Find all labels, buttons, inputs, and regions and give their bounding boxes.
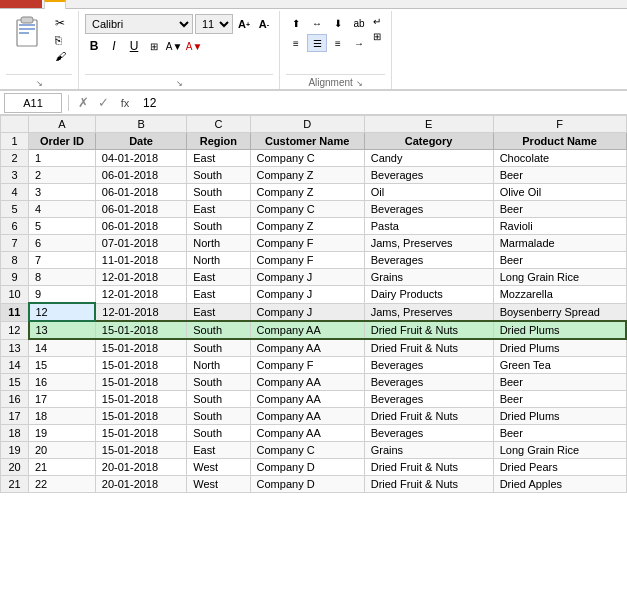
table-cell[interactable]: Company J: [250, 286, 364, 304]
insert-function-icon[interactable]: fx: [115, 95, 135, 111]
table-cell[interactable]: Dried Pears: [493, 459, 626, 476]
table-cell[interactable]: Beer: [493, 167, 626, 184]
table-cell[interactable]: Marmalade: [493, 235, 626, 252]
col-header-b[interactable]: B: [95, 116, 186, 133]
table-cell[interactable]: Green Tea: [493, 357, 626, 374]
table-cell[interactable]: Company F: [250, 252, 364, 269]
table-cell[interactable]: 12-01-2018: [95, 286, 186, 304]
table-cell[interactable]: Company J: [250, 303, 364, 321]
table-cell[interactable]: Long Grain Rice: [493, 442, 626, 459]
table-cell[interactable]: East: [187, 442, 250, 459]
table-cell[interactable]: Company AA: [250, 374, 364, 391]
font-color-button[interactable]: A▼: [185, 37, 203, 55]
copy-button[interactable]: ⎘: [52, 33, 72, 47]
table-cell[interactable]: 3: [29, 184, 96, 201]
table-cell[interactable]: 13: [29, 321, 96, 339]
table-cell[interactable]: Chocolate: [493, 150, 626, 167]
table-cell[interactable]: 5: [29, 218, 96, 235]
table-cell[interactable]: South: [187, 184, 250, 201]
table-cell[interactable]: Grains: [364, 442, 493, 459]
table-cell[interactable]: Candy: [364, 150, 493, 167]
table-cell[interactable]: Beverages: [364, 425, 493, 442]
table-cell[interactable]: 22: [29, 476, 96, 493]
table-cell[interactable]: Grains: [364, 269, 493, 286]
table-cell[interactable]: 06-01-2018: [95, 201, 186, 218]
table-cell[interactable]: North: [187, 357, 250, 374]
table-cell[interactable]: North: [187, 235, 250, 252]
table-cell[interactable]: 15-01-2018: [95, 442, 186, 459]
col-header-c[interactable]: C: [187, 116, 250, 133]
table-cell[interactable]: Company Z: [250, 218, 364, 235]
table-cell[interactable]: 06-01-2018: [95, 184, 186, 201]
font-size-select[interactable]: 11: [195, 14, 233, 34]
table-cell[interactable]: South: [187, 167, 250, 184]
tab-home[interactable]: [44, 0, 66, 9]
table-cell[interactable]: Beverages: [364, 391, 493, 408]
table-cell[interactable]: 15-01-2018: [95, 374, 186, 391]
bold-button[interactable]: B: [85, 37, 103, 55]
tab-page-layout[interactable]: [86, 1, 106, 8]
clipboard-expand-icon[interactable]: ↘: [36, 79, 43, 88]
border-button[interactable]: ⊞: [145, 37, 163, 55]
table-cell[interactable]: Long Grain Rice: [493, 269, 626, 286]
col-header-a[interactable]: A: [29, 116, 96, 133]
align-bottom-button[interactable]: ⬇: [328, 14, 348, 32]
table-cell[interactable]: Company J: [250, 269, 364, 286]
col-header-f[interactable]: F: [493, 116, 626, 133]
table-cell[interactable]: 15-01-2018: [95, 339, 186, 357]
table-cell[interactable]: South: [187, 321, 250, 339]
table-cell[interactable]: 06-01-2018: [95, 218, 186, 235]
wrap-text-button[interactable]: ↵: [371, 15, 385, 28]
table-cell[interactable]: 20: [29, 442, 96, 459]
table-cell[interactable]: Jams, Preserves: [364, 303, 493, 321]
table-cell[interactable]: Dried Plums: [493, 408, 626, 425]
table-cell[interactable]: Company F: [250, 357, 364, 374]
increase-font-button[interactable]: A+: [235, 15, 253, 33]
table-cell[interactable]: Oil: [364, 184, 493, 201]
table-cell[interactable]: Mozzarella: [493, 286, 626, 304]
cell-reference-input[interactable]: [4, 93, 62, 113]
table-cell[interactable]: Company AA: [250, 408, 364, 425]
col-header-d[interactable]: D: [250, 116, 364, 133]
table-cell[interactable]: Company AA: [250, 321, 364, 339]
table-cell[interactable]: Company D: [250, 476, 364, 493]
table-cell[interactable]: Beverages: [364, 357, 493, 374]
table-cell[interactable]: 16: [29, 374, 96, 391]
table-cell[interactable]: 9: [29, 286, 96, 304]
table-cell[interactable]: Jams, Preserves: [364, 235, 493, 252]
table-cell[interactable]: Olive Oil: [493, 184, 626, 201]
table-cell[interactable]: 7: [29, 252, 96, 269]
formula-input[interactable]: [139, 93, 623, 113]
table-cell[interactable]: West: [187, 459, 250, 476]
table-cell[interactable]: Pasta: [364, 218, 493, 235]
table-cell[interactable]: East: [187, 150, 250, 167]
file-tab[interactable]: [0, 0, 42, 8]
table-cell[interactable]: North: [187, 252, 250, 269]
align-right-button[interactable]: ≡: [328, 34, 348, 52]
tab-view[interactable]: [166, 1, 186, 8]
table-cell[interactable]: South: [187, 339, 250, 357]
table-cell[interactable]: Beverages: [364, 167, 493, 184]
table-cell[interactable]: Dried Fruit & Nuts: [364, 476, 493, 493]
tab-review[interactable]: [146, 1, 166, 8]
table-cell[interactable]: 4: [29, 201, 96, 218]
underline-button[interactable]: U: [125, 37, 143, 55]
font-name-select[interactable]: Calibri: [85, 14, 193, 34]
table-cell[interactable]: South: [187, 218, 250, 235]
table-cell[interactable]: 11-01-2018: [95, 252, 186, 269]
table-cell[interactable]: 07-01-2018: [95, 235, 186, 252]
table-cell[interactable]: 15-01-2018: [95, 408, 186, 425]
table-cell[interactable]: 15: [29, 357, 96, 374]
merge-center-button[interactable]: ⊞: [371, 30, 385, 43]
fill-color-button[interactable]: A▼: [165, 37, 183, 55]
table-cell[interactable]: Company AA: [250, 391, 364, 408]
table-cell[interactable]: 04-01-2018: [95, 150, 186, 167]
table-cell[interactable]: East: [187, 286, 250, 304]
table-cell[interactable]: Beverages: [364, 374, 493, 391]
table-cell[interactable]: Boysenberry Spread: [493, 303, 626, 321]
table-cell[interactable]: Beer: [493, 252, 626, 269]
table-cell[interactable]: Dried Fruit & Nuts: [364, 459, 493, 476]
table-cell[interactable]: 12: [29, 303, 96, 321]
table-cell[interactable]: Beer: [493, 374, 626, 391]
table-cell[interactable]: Beer: [493, 201, 626, 218]
